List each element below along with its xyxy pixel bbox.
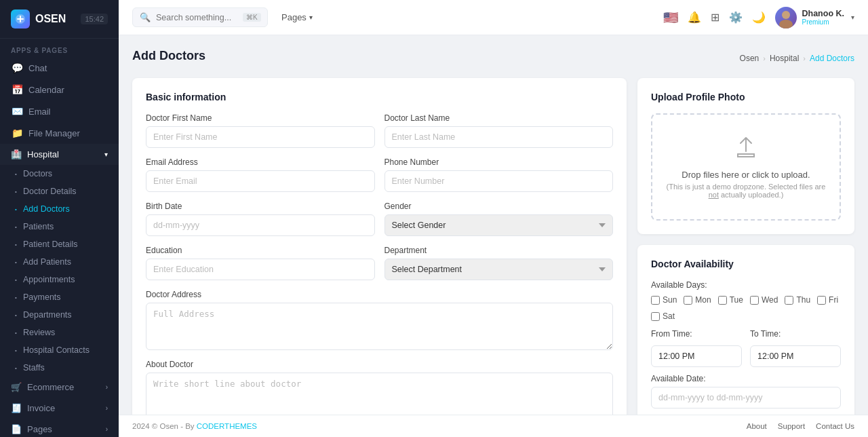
footer-contact[interactable]: Contact Us [816,422,854,430]
sidebar-item-chat[interactable]: 💬 Chat [0,57,119,79]
footer-about[interactable]: About [747,422,767,430]
from-time-input[interactable] [651,345,742,367]
form-grid: Basic information Doctor First Name Doct… [132,78,854,415]
day-wed[interactable]: Wed [750,295,778,305]
day-thu[interactable]: Thu [785,295,810,305]
about-input[interactable] [146,373,613,415]
invoice-group-header[interactable]: 🧾 Invoice › [0,398,119,419]
pages-button[interactable]: Pages ▾ [276,10,318,25]
hospital-group: 🏥 Hospital ▾ Doctors Doctor Details Add … [0,144,119,377]
pages-label: Pages [27,424,52,434]
department-group: Department Select Department Cardiology … [384,246,614,280]
sidebar-item-reviews[interactable]: Reviews [0,324,119,341]
grid-icon[interactable]: ⊞ [711,11,719,24]
pages-group-header[interactable]: 📄 Pages › [0,419,119,437]
ecommerce-group-header[interactable]: 🛒 Ecommerce › [0,377,119,398]
department-select[interactable]: Select Department Cardiology Neurology P… [384,259,614,280]
available-date-input[interactable] [651,387,841,408]
sidebar-item-add-doctors[interactable]: Add Doctors [0,200,119,218]
app-name: OSEN [35,13,66,25]
from-time-group: From Time: [651,329,742,367]
breadcrumb-sep-2: › [803,54,806,62]
invoice-icon: 🧾 [11,403,22,413]
available-date-label: Available Date: [651,374,841,383]
day-mon[interactable]: Mon [684,295,711,305]
basic-info-card: Basic information Doctor First Name Doct… [132,78,627,415]
sidebar-item-payments[interactable]: Payments [0,288,119,306]
to-time-input[interactable] [750,345,841,367]
sidebar-item-chat-label: Chat [28,63,47,73]
phone-label: Phone Number [384,157,614,167]
birth-date-input[interactable] [146,214,375,236]
sidebar: OSEN 15:42 APPS & PAGES 💬 Chat 📅 Calenda… [0,0,119,437]
page-header: Add Doctors Osen › Hospital › Add Doctor… [132,49,854,67]
upload-zone[interactable]: Drop files here or click to upload. (Thi… [651,113,841,221]
sidebar-item-file-manager-label: File Manager [28,128,80,138]
page-title: Add Doctors [132,49,205,63]
sidebar-item-email[interactable]: ✉️ Email [0,100,119,122]
education-group: Education [146,246,375,280]
sidebar-subitem-hospital-contacts-label: Hospital Contacts [23,345,90,355]
gender-select[interactable]: Select Gender Male Female Other [384,214,614,236]
sidebar-item-email-label: Email [28,107,51,117]
sidebar-item-doctor-details[interactable]: Doctor Details [0,183,119,200]
sidebar-item-hospital-contacts[interactable]: Hospital Contacts [0,341,119,359]
footer-support[interactable]: Support [778,422,805,430]
breadcrumb-add-doctors: Add Doctors [810,54,854,63]
user-avatar-area[interactable]: Dhanoo K. Premium ▾ [775,7,855,28]
day-mon-checkbox[interactable] [684,296,692,305]
day-sun[interactable]: Sun [651,295,677,305]
topbar: 🔍 ⌘K Pages ▾ 🇺🇸 🔔 ⊞ ⚙️ 🌙 Dhanoo K. Premi… [119,0,868,35]
pages-button-label: Pages [281,12,307,22]
first-name-input[interactable] [146,126,375,148]
sidebar-item-patients[interactable]: Patients [0,218,119,235]
sidebar-subitem-appointments-label: Appointments [23,275,75,284]
flag-icon[interactable]: 🇺🇸 [663,10,678,25]
svg-point-1 [782,11,790,19]
sidebar-item-patient-details[interactable]: Patient Details [0,235,119,253]
sidebar-item-calendar[interactable]: 📅 Calendar [0,79,119,100]
day-sat-checkbox[interactable] [651,312,660,321]
hospital-group-header[interactable]: 🏥 Hospital ▾ [0,144,119,165]
day-tue[interactable]: Tue [718,295,743,305]
day-sun-checkbox[interactable] [651,296,660,305]
education-input[interactable] [146,259,375,280]
moon-icon[interactable]: 🌙 [752,11,766,24]
breadcrumb-hospital[interactable]: Hospital [770,54,799,63]
sidebar-subitem-payments-label: Payments [23,292,61,302]
bell-icon[interactable]: 🔔 [688,11,701,24]
email-label: Email Address [146,157,375,167]
sidebar-item-doctors[interactable]: Doctors [0,165,119,183]
day-wed-checkbox[interactable] [750,296,759,305]
search-box[interactable]: 🔍 ⌘K [132,7,268,27]
address-input[interactable] [146,303,613,350]
day-sat[interactable]: Sat [651,311,675,321]
about-group: About Doctor [146,360,613,415]
email-input[interactable] [146,170,375,192]
available-days-section: Available Days: Sun Mon Tue Wed Thu Fri … [651,280,841,321]
phone-input[interactable] [384,170,614,192]
sidebar-item-departments[interactable]: Departments [0,306,119,324]
breadcrumb-sep-1: › [763,54,766,62]
breadcrumb-osen[interactable]: Osen [740,54,760,63]
right-column: Upload Profile Photo Drop files here or … [637,78,854,415]
user-badge: Premium [802,18,845,26]
day-fri[interactable]: Fri [817,295,838,305]
search-shortcut: ⌘K [243,13,261,22]
footer-brand-link[interactable]: CODERTHEMES [197,422,257,430]
day-fri-checkbox[interactable] [817,296,826,305]
day-thu-checkbox[interactable] [785,296,793,305]
settings-icon[interactable]: ⚙️ [729,11,743,24]
search-input[interactable] [156,13,237,22]
sidebar-item-add-patients[interactable]: Add Patients [0,253,119,271]
contact-row: Email Address Phone Number [146,157,613,192]
address-label: Doctor Address [146,290,613,299]
birth-gender-row: Birth Date Gender Select Gender Male Fem… [146,202,613,236]
sidebar-item-staffs[interactable]: Staffs [0,359,119,377]
last-name-input[interactable] [384,126,614,148]
sidebar-item-file-manager[interactable]: 📁 File Manager [0,122,119,144]
day-tue-checkbox[interactable] [718,296,727,305]
hospital-icon: 🏥 [11,149,22,159]
pages-icon: 📄 [11,424,22,434]
sidebar-item-appointments[interactable]: Appointments [0,271,119,288]
